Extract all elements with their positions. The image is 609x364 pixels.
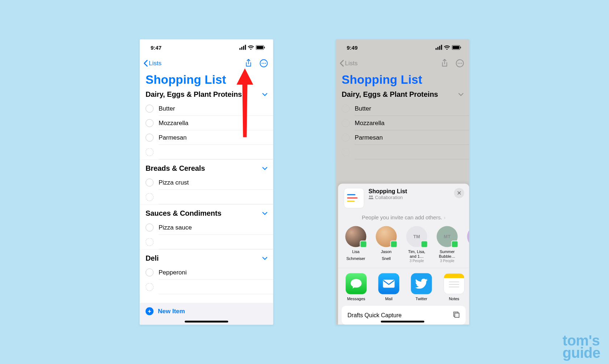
section-title: Deli — [146, 254, 159, 262]
svg-point-16 — [371, 195, 373, 197]
messages-icon — [346, 273, 367, 294]
more-icon[interactable] — [259, 58, 269, 69]
section-header[interactable]: Sauces & Condiments — [140, 204, 273, 220]
share-subtitle[interactable]: Collaboration — [369, 194, 407, 200]
share-person[interactable]: Lisa Schmeiser — [344, 226, 368, 262]
radio-icon — [146, 238, 154, 246]
svg-rect-22 — [455, 313, 459, 318]
svg-point-14 — [461, 63, 462, 64]
radio-icon — [146, 148, 154, 156]
chevron-down-icon — [459, 91, 464, 98]
radio-icon[interactable] — [146, 224, 154, 232]
list-item[interactable]: Pepperoni — [140, 265, 273, 280]
radio-icon[interactable] — [146, 269, 154, 277]
svg-rect-1 — [256, 46, 263, 49]
new-item-placeholder[interactable] — [140, 145, 273, 160]
close-icon[interactable]: ✕ — [454, 188, 464, 198]
section-title: Dairy, Eggs & Plant Proteins — [342, 90, 438, 99]
share-title: Shopping List — [369, 188, 407, 194]
radio-icon — [342, 105, 350, 113]
battery-icon — [256, 45, 265, 50]
home-indicator — [381, 321, 424, 323]
back-button[interactable]: Lists — [340, 60, 358, 67]
radio-icon — [342, 134, 350, 142]
share-action-label: Drafts Quick Capture — [348, 312, 402, 319]
svg-point-12 — [458, 63, 459, 64]
document-icon — [344, 188, 364, 208]
svg-point-6 — [265, 63, 266, 64]
share-person[interactable]: MT Summer Bubble… 3 People — [435, 226, 459, 262]
messages-badge-icon — [421, 240, 428, 248]
list-item[interactable]: Pizza sauce — [140, 220, 273, 235]
section-title: Sauces & Condiments — [146, 209, 221, 218]
open-in-icon — [453, 311, 460, 320]
share-apps-row[interactable]: Messages Mail Twitter Notes — [338, 268, 469, 302]
share-person[interactable]: Jason Snell — [374, 226, 398, 262]
radio-icon — [146, 193, 154, 201]
messages-badge-icon — [451, 240, 459, 248]
share-app-messages[interactable]: Messages — [344, 273, 369, 301]
section-header[interactable]: Deli — [140, 249, 273, 265]
avatar — [467, 226, 469, 247]
new-item-button[interactable]: New Item — [158, 308, 185, 315]
list-item: Mozzarella — [336, 116, 469, 131]
chevron-down-icon[interactable] — [262, 210, 268, 216]
list-item: Butter — [336, 102, 469, 116]
new-item-placeholder[interactable] — [140, 280, 273, 294]
chevron-down-icon[interactable] — [262, 165, 268, 171]
share-app-mail[interactable]: Mail — [377, 273, 401, 301]
chevron-down-icon[interactable] — [262, 255, 268, 261]
back-button[interactable]: Lists — [144, 60, 162, 67]
share-app-notes[interactable]: Notes — [442, 273, 467, 301]
radio-icon — [146, 283, 154, 291]
radio-icon — [342, 119, 350, 127]
new-item-placeholder[interactable] — [140, 190, 273, 204]
section-header: Dairy, Eggs & Plant Proteins — [336, 90, 469, 102]
messages-badge-icon — [360, 240, 367, 248]
nav-bar: Lists — [336, 55, 469, 71]
mail-icon — [378, 273, 399, 294]
svg-rect-10 — [460, 46, 461, 48]
notes-icon — [444, 273, 465, 294]
chevron-down-icon[interactable] — [262, 91, 268, 98]
status-icons — [240, 45, 265, 50]
share-app-twitter[interactable]: Twitter — [409, 273, 434, 301]
list: Dairy, Eggs & Plant Proteins Butter Mozz… — [336, 90, 469, 160]
twitter-icon — [411, 273, 432, 294]
svg-rect-2 — [264, 46, 265, 48]
radio-icon[interactable] — [146, 105, 154, 113]
back-label: Lists — [149, 60, 162, 67]
messages-badge-icon — [390, 240, 398, 248]
svg-marker-7 — [237, 69, 253, 137]
plus-icon[interactable]: + — [146, 307, 154, 315]
share-person[interactable]: TM Tim, Lisa, and 1… 3 People — [405, 226, 429, 262]
share-people-row[interactable]: Lisa Schmeiser Jason Snell TM Tim, Lisa,… — [338, 222, 469, 264]
status-bar: 9:47 — [140, 40, 273, 55]
avatar — [376, 226, 397, 247]
share-sheet[interactable]: Shopping List Collaboration ✕ People you… — [338, 183, 469, 324]
avatar — [345, 226, 366, 247]
annotation-arrow — [236, 69, 254, 141]
wifi-icon — [248, 45, 254, 50]
back-label: Lists — [345, 60, 358, 67]
share-icon[interactable] — [244, 58, 254, 69]
phone-screenshot-1: 9:47 Lists — [140, 40, 273, 325]
radio-icon[interactable] — [146, 179, 154, 187]
share-permissions-link[interactable]: People you invite can add others. — [338, 208, 469, 222]
svg-point-13 — [459, 63, 460, 64]
new-item-placeholder[interactable] — [140, 235, 273, 249]
home-indicator — [185, 321, 228, 323]
phone-screenshot-2: 9:49 Lists — [336, 40, 469, 325]
section-header[interactable]: Breads & Cereals — [140, 160, 273, 175]
share-person[interactable]: The F 2 — [466, 226, 469, 262]
list-item[interactable]: Pizza crust — [140, 175, 273, 190]
radio-icon[interactable] — [146, 134, 154, 142]
battery-icon — [452, 45, 461, 50]
cellular-icon — [240, 45, 246, 50]
radio-icon[interactable] — [146, 119, 154, 127]
avatar: MT — [437, 226, 458, 247]
watermark-logo: tom's guide — [563, 334, 600, 359]
section-title: Breads & Cereals — [146, 164, 205, 173]
wifi-icon — [444, 45, 450, 50]
status-icons — [436, 45, 461, 50]
